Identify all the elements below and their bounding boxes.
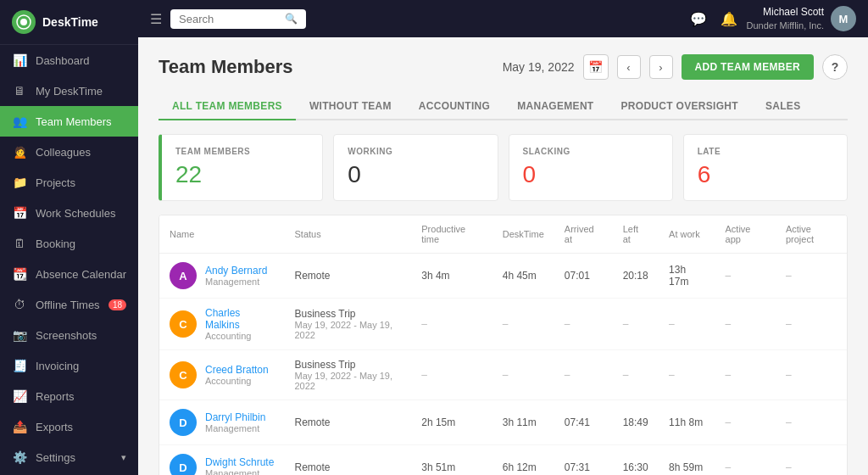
active-project-value: – [786, 270, 792, 282]
tab-sales[interactable]: SALES [752, 93, 815, 120]
status-cell: Business Trip May 19, 2022 - May 19, 202… [284, 299, 411, 350]
date-label: May 19, 2022 [503, 60, 575, 74]
at-work-value: 13h 17m [669, 264, 688, 288]
stat-card-slacking: SLACKING 0 [509, 134, 673, 201]
arrived-at-cell: – [554, 299, 613, 350]
sidebar-logo[interactable]: DeskTime [0, 0, 138, 45]
member-fullname[interactable]: Creed Bratton [205, 364, 269, 376]
active-app-value: – [726, 318, 732, 330]
search-input[interactable] [179, 13, 280, 25]
member-fullname[interactable]: Dwight Schrute [205, 456, 274, 468]
member-dept: Management [205, 423, 265, 433]
status-type: Remote [294, 461, 401, 473]
sidebar-item-colleagues[interactable]: 🙍 Colleagues [0, 137, 138, 167]
member-fullname[interactable]: Darryl Philbin [205, 411, 265, 423]
sidebar-icon-offline-times: ⏱ [12, 298, 27, 311]
menu-icon[interactable]: ☰ [150, 11, 162, 27]
sidebar-label-offline-times: Offline Times [36, 299, 100, 311]
col-header-active-app: Active app [715, 215, 776, 254]
sidebar-icon-work-schedules: 📅 [12, 206, 27, 220]
desktime-value: 4h 45m [503, 270, 537, 282]
avatar[interactable]: M [831, 6, 856, 31]
sidebar-item-settings[interactable]: ⚙️ Settings ▾ [0, 442, 138, 472]
left-at-cell: 20:18 [613, 254, 659, 299]
active-app-cell: – [715, 350, 776, 400]
sidebar-item-team-members[interactable]: 👥 Team Members [0, 106, 138, 137]
arrived-at-cell: 07:41 [554, 400, 613, 445]
left-at-value: – [623, 369, 629, 381]
add-team-member-button[interactable]: ADD TEAM MEMBER [682, 54, 815, 80]
user-info[interactable]: Michael Scott Dunder Mifflin, Inc. M [746, 6, 856, 31]
active-project-cell: – [776, 254, 847, 299]
active-app-value: – [726, 270, 732, 282]
at-work-cell: 11h 8m [659, 400, 715, 445]
desktime-value: 3h 11m [503, 416, 537, 428]
tab-without-team[interactable]: WITHOUT TEAM [296, 93, 405, 120]
logo-text: DeskTime [42, 15, 98, 29]
member-info: Charles Malkins Accounting [205, 307, 274, 341]
sidebar-item-reports[interactable]: 📈 Reports [0, 381, 138, 411]
member-fullname[interactable]: Charles Malkins [205, 307, 274, 331]
table-row: A Andy Bernard Management Remote 3h 4m4h… [159, 254, 847, 299]
tab-management[interactable]: MANAGEMENT [504, 93, 607, 120]
calendar-button[interactable]: 📅 [583, 54, 609, 80]
tab-accounting[interactable]: ACCOUNTING [405, 93, 504, 120]
at-work-value: 8h 59m [669, 461, 703, 473]
productive-time-cell: 3h 4m [411, 254, 492, 299]
member-info: Dwight Schrute Management [205, 456, 274, 475]
sidebar-item-screenshots[interactable]: 📷 Screenshots [0, 320, 138, 350]
sidebar-label-booking: Booking [36, 238, 75, 250]
member-dept: Accounting [205, 376, 269, 386]
at-work-value: – [669, 318, 675, 330]
sidebar-item-projects[interactable]: 📁 Projects [0, 167, 138, 198]
productive-time-value: 3h 51m [421, 461, 455, 473]
sidebar-label-projects: Projects [36, 176, 75, 189]
sidebar-label-my-desktime: My DeskTime [36, 85, 103, 98]
sidebar: DeskTime 📊 Dashboard 🖥 My DeskTime 👥 Tea… [0, 0, 138, 475]
stat-value-late: 6 [698, 161, 833, 188]
arrived-at-cell: 07:31 [554, 445, 613, 476]
search-icon: 🔍 [285, 13, 298, 25]
sidebar-item-invoicing[interactable]: 🧾 Invoicing [0, 350, 138, 381]
at-work-value: – [669, 369, 675, 381]
sidebar-icon-absence-calendar: 📆 [12, 267, 27, 281]
prev-date-button[interactable]: ‹ [617, 55, 641, 79]
next-date-button[interactable]: › [649, 55, 673, 79]
productive-time-cell: 2h 15m [411, 400, 492, 445]
sidebar-label-team-members: Team Members [36, 115, 112, 128]
active-project-cell: – [776, 350, 847, 400]
member-avatar: C [170, 361, 197, 388]
status-date: May 19, 2022 - May 19, 2022 [294, 371, 401, 391]
help-button[interactable]: ? [822, 54, 848, 80]
arrived-at-value: 07:31 [565, 461, 590, 473]
left-at-cell: 18:49 [613, 400, 659, 445]
sidebar-item-booking[interactable]: 🗓 Booking [0, 228, 138, 259]
sidebar-item-work-schedules[interactable]: 📅 Work Schedules [0, 198, 138, 228]
active-project-value: – [786, 416, 792, 428]
notification-icon[interactable]: 🔔 [721, 11, 737, 27]
status-cell: Remote [284, 254, 411, 299]
member-dept: Accounting [205, 331, 274, 341]
sidebar-item-offline-times[interactable]: ⏱ Offline Times 18 [0, 289, 138, 320]
status-type: Remote [294, 416, 401, 428]
sidebar-item-exports[interactable]: 📤 Exports [0, 411, 138, 442]
tab-product-oversight[interactable]: PRODUCT OVERSIGHT [608, 93, 752, 120]
member-fullname[interactable]: Andy Bernard [205, 265, 267, 277]
sidebar-item-dashboard[interactable]: 📊 Dashboard [0, 45, 138, 75]
productive-time-cell: – [411, 299, 492, 350]
page-title: Team Members [159, 56, 293, 78]
sidebar-item-absence-calendar[interactable]: 📆 Absence Calendar [0, 259, 138, 289]
left-at-value: 18:49 [623, 416, 648, 428]
sidebar-item-my-desktime[interactable]: 🖥 My DeskTime [0, 75, 138, 106]
member-info: Darryl Philbin Management [205, 411, 265, 433]
sidebar-label-work-schedules: Work Schedules [36, 207, 115, 220]
left-at-value: 20:18 [623, 270, 648, 282]
active-project-value: – [786, 461, 792, 473]
stat-card-team-members: TEAM MEMBERS 22 [159, 134, 323, 201]
desktime-cell: – [492, 299, 554, 350]
arrived-at-cell: – [554, 350, 613, 400]
chat-icon[interactable]: 💬 [690, 11, 707, 27]
arrived-at-cell: 07:01 [554, 254, 613, 299]
arrived-at-value: 07:01 [565, 270, 590, 282]
tab-all[interactable]: ALL TEAM MEMBERS [159, 93, 296, 120]
